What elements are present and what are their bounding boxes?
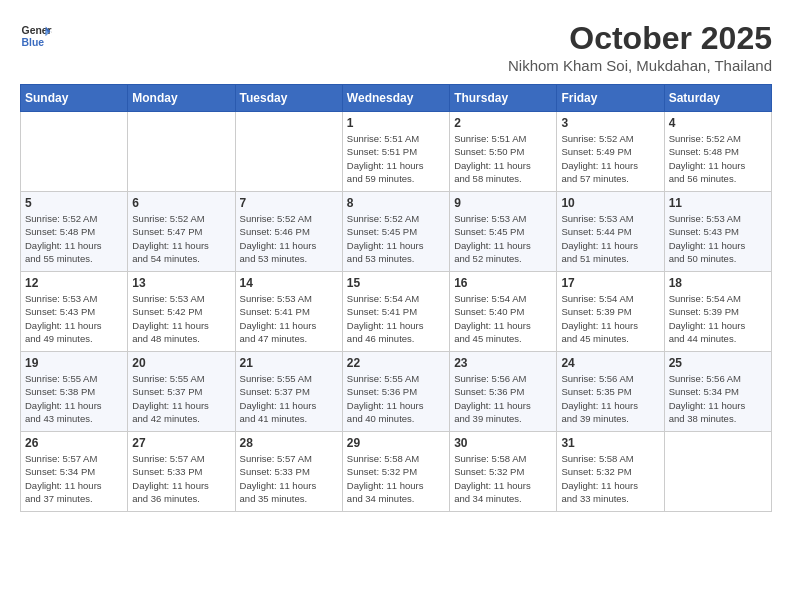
calendar-cell: 21Sunrise: 5:55 AMSunset: 5:37 PMDayligh… (235, 352, 342, 432)
day-info: Sunrise: 5:57 AMSunset: 5:33 PMDaylight:… (240, 452, 338, 505)
day-number: 23 (454, 356, 552, 370)
day-info: Sunrise: 5:53 AMSunset: 5:42 PMDaylight:… (132, 292, 230, 345)
day-number: 13 (132, 276, 230, 290)
day-number: 10 (561, 196, 659, 210)
day-number: 6 (132, 196, 230, 210)
calendar-cell: 30Sunrise: 5:58 AMSunset: 5:32 PMDayligh… (450, 432, 557, 512)
location-subtitle: Nikhom Kham Soi, Mukdahan, Thailand (508, 57, 772, 74)
day-number: 14 (240, 276, 338, 290)
day-number: 12 (25, 276, 123, 290)
day-info: Sunrise: 5:52 AMSunset: 5:46 PMDaylight:… (240, 212, 338, 265)
day-number: 17 (561, 276, 659, 290)
calendar-table: SundayMondayTuesdayWednesdayThursdayFrid… (20, 84, 772, 512)
day-info: Sunrise: 5:54 AMSunset: 5:40 PMDaylight:… (454, 292, 552, 345)
day-info: Sunrise: 5:52 AMSunset: 5:48 PMDaylight:… (25, 212, 123, 265)
day-info: Sunrise: 5:51 AMSunset: 5:50 PMDaylight:… (454, 132, 552, 185)
day-number: 19 (25, 356, 123, 370)
weekday-header-monday: Monday (128, 85, 235, 112)
day-info: Sunrise: 5:53 AMSunset: 5:45 PMDaylight:… (454, 212, 552, 265)
calendar-week-3: 12Sunrise: 5:53 AMSunset: 5:43 PMDayligh… (21, 272, 772, 352)
calendar-week-2: 5Sunrise: 5:52 AMSunset: 5:48 PMDaylight… (21, 192, 772, 272)
calendar-cell: 3Sunrise: 5:52 AMSunset: 5:49 PMDaylight… (557, 112, 664, 192)
calendar-cell: 28Sunrise: 5:57 AMSunset: 5:33 PMDayligh… (235, 432, 342, 512)
calendar-cell: 12Sunrise: 5:53 AMSunset: 5:43 PMDayligh… (21, 272, 128, 352)
calendar-week-1: 1Sunrise: 5:51 AMSunset: 5:51 PMDaylight… (21, 112, 772, 192)
day-number: 15 (347, 276, 445, 290)
day-info: Sunrise: 5:52 AMSunset: 5:47 PMDaylight:… (132, 212, 230, 265)
day-number: 11 (669, 196, 767, 210)
day-info: Sunrise: 5:54 AMSunset: 5:41 PMDaylight:… (347, 292, 445, 345)
day-info: Sunrise: 5:53 AMSunset: 5:43 PMDaylight:… (669, 212, 767, 265)
day-number: 1 (347, 116, 445, 130)
day-info: Sunrise: 5:57 AMSunset: 5:34 PMDaylight:… (25, 452, 123, 505)
day-info: Sunrise: 5:55 AMSunset: 5:38 PMDaylight:… (25, 372, 123, 425)
day-number: 24 (561, 356, 659, 370)
day-number: 22 (347, 356, 445, 370)
calendar-cell: 6Sunrise: 5:52 AMSunset: 5:47 PMDaylight… (128, 192, 235, 272)
calendar-cell: 4Sunrise: 5:52 AMSunset: 5:48 PMDaylight… (664, 112, 771, 192)
day-info: Sunrise: 5:56 AMSunset: 5:35 PMDaylight:… (561, 372, 659, 425)
day-info: Sunrise: 5:55 AMSunset: 5:36 PMDaylight:… (347, 372, 445, 425)
page-header: General Blue October 2025 Nikhom Kham So… (20, 20, 772, 74)
calendar-cell (235, 112, 342, 192)
day-number: 25 (669, 356, 767, 370)
day-number: 7 (240, 196, 338, 210)
day-info: Sunrise: 5:58 AMSunset: 5:32 PMDaylight:… (454, 452, 552, 505)
day-info: Sunrise: 5:52 AMSunset: 5:48 PMDaylight:… (669, 132, 767, 185)
day-number: 21 (240, 356, 338, 370)
calendar-cell: 25Sunrise: 5:56 AMSunset: 5:34 PMDayligh… (664, 352, 771, 432)
day-info: Sunrise: 5:55 AMSunset: 5:37 PMDaylight:… (240, 372, 338, 425)
day-number: 31 (561, 436, 659, 450)
calendar-cell: 13Sunrise: 5:53 AMSunset: 5:42 PMDayligh… (128, 272, 235, 352)
calendar-cell: 23Sunrise: 5:56 AMSunset: 5:36 PMDayligh… (450, 352, 557, 432)
month-title: October 2025 (508, 20, 772, 57)
day-info: Sunrise: 5:55 AMSunset: 5:37 PMDaylight:… (132, 372, 230, 425)
day-number: 4 (669, 116, 767, 130)
day-info: Sunrise: 5:57 AMSunset: 5:33 PMDaylight:… (132, 452, 230, 505)
calendar-cell: 29Sunrise: 5:58 AMSunset: 5:32 PMDayligh… (342, 432, 449, 512)
day-info: Sunrise: 5:52 AMSunset: 5:49 PMDaylight:… (561, 132, 659, 185)
weekday-header-saturday: Saturday (664, 85, 771, 112)
calendar-cell: 24Sunrise: 5:56 AMSunset: 5:35 PMDayligh… (557, 352, 664, 432)
day-number: 9 (454, 196, 552, 210)
day-number: 16 (454, 276, 552, 290)
day-number: 8 (347, 196, 445, 210)
calendar-week-5: 26Sunrise: 5:57 AMSunset: 5:34 PMDayligh… (21, 432, 772, 512)
calendar-cell: 22Sunrise: 5:55 AMSunset: 5:36 PMDayligh… (342, 352, 449, 432)
calendar-cell: 26Sunrise: 5:57 AMSunset: 5:34 PMDayligh… (21, 432, 128, 512)
calendar-cell: 9Sunrise: 5:53 AMSunset: 5:45 PMDaylight… (450, 192, 557, 272)
weekday-header-friday: Friday (557, 85, 664, 112)
logo-icon: General Blue (20, 20, 52, 52)
calendar-cell (664, 432, 771, 512)
day-number: 29 (347, 436, 445, 450)
title-block: October 2025 Nikhom Kham Soi, Mukdahan, … (508, 20, 772, 74)
day-number: 20 (132, 356, 230, 370)
calendar-cell: 17Sunrise: 5:54 AMSunset: 5:39 PMDayligh… (557, 272, 664, 352)
day-number: 18 (669, 276, 767, 290)
svg-text:Blue: Blue (22, 37, 45, 48)
calendar-cell (21, 112, 128, 192)
calendar-cell: 31Sunrise: 5:58 AMSunset: 5:32 PMDayligh… (557, 432, 664, 512)
day-info: Sunrise: 5:54 AMSunset: 5:39 PMDaylight:… (561, 292, 659, 345)
logo: General Blue (20, 20, 52, 52)
calendar-cell: 15Sunrise: 5:54 AMSunset: 5:41 PMDayligh… (342, 272, 449, 352)
day-info: Sunrise: 5:53 AMSunset: 5:41 PMDaylight:… (240, 292, 338, 345)
calendar-cell: 10Sunrise: 5:53 AMSunset: 5:44 PMDayligh… (557, 192, 664, 272)
calendar-week-4: 19Sunrise: 5:55 AMSunset: 5:38 PMDayligh… (21, 352, 772, 432)
calendar-cell: 11Sunrise: 5:53 AMSunset: 5:43 PMDayligh… (664, 192, 771, 272)
day-number: 28 (240, 436, 338, 450)
day-info: Sunrise: 5:53 AMSunset: 5:43 PMDaylight:… (25, 292, 123, 345)
calendar-header: SundayMondayTuesdayWednesdayThursdayFrid… (21, 85, 772, 112)
calendar-cell: 18Sunrise: 5:54 AMSunset: 5:39 PMDayligh… (664, 272, 771, 352)
calendar-cell: 14Sunrise: 5:53 AMSunset: 5:41 PMDayligh… (235, 272, 342, 352)
calendar-cell: 7Sunrise: 5:52 AMSunset: 5:46 PMDaylight… (235, 192, 342, 272)
day-info: Sunrise: 5:56 AMSunset: 5:34 PMDaylight:… (669, 372, 767, 425)
calendar-cell (128, 112, 235, 192)
calendar-cell: 19Sunrise: 5:55 AMSunset: 5:38 PMDayligh… (21, 352, 128, 432)
day-info: Sunrise: 5:54 AMSunset: 5:39 PMDaylight:… (669, 292, 767, 345)
calendar-cell: 2Sunrise: 5:51 AMSunset: 5:50 PMDaylight… (450, 112, 557, 192)
day-info: Sunrise: 5:56 AMSunset: 5:36 PMDaylight:… (454, 372, 552, 425)
day-number: 27 (132, 436, 230, 450)
day-number: 2 (454, 116, 552, 130)
day-number: 3 (561, 116, 659, 130)
